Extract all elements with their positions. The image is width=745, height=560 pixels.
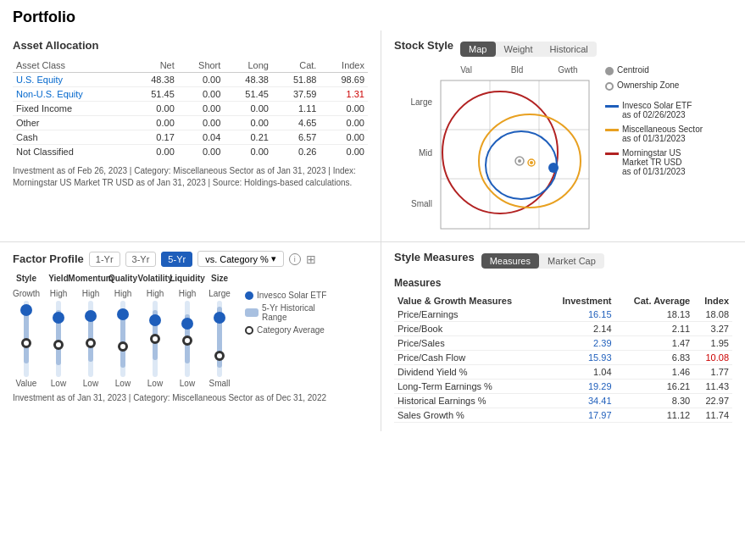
legend-morningstar: Morningstar USMarket TR USDas of 01/31/2… bbox=[622, 148, 686, 176]
asset-value-cell: 0.21 bbox=[224, 130, 272, 145]
btn-5yr[interactable]: 5-Yr bbox=[161, 252, 192, 267]
stock-style-legend: Centroid Ownership Zone Invesco Solar ET… bbox=[605, 65, 732, 233]
factor-slider-col: YieldHighLow bbox=[45, 274, 72, 388]
asset-value-cell: 0.00 bbox=[178, 73, 225, 87]
info-icon[interactable]: i bbox=[289, 253, 301, 265]
asset-value-cell: 0.00 bbox=[320, 102, 368, 116]
asset-value-cell: 51.88 bbox=[272, 73, 320, 87]
legend-ownership-zone: Ownership Zone bbox=[617, 80, 679, 90]
factor-profile-title: Factor Profile bbox=[13, 252, 84, 265]
factor-group-label: Momentum bbox=[68, 274, 113, 287]
measure-investment-cell: 19.29 bbox=[545, 380, 614, 394]
asset-allocation-title: Asset Allocation bbox=[13, 39, 368, 52]
measure-investment-cell: 34.41 bbox=[545, 394, 614, 408]
tab-market-cap[interactable]: Market Cap bbox=[539, 253, 604, 269]
asset-value-cell: 1.11 bbox=[272, 102, 320, 116]
factor-main-dot bbox=[53, 312, 64, 324]
measures-table-row: Price/Cash Flow15.936.8310.08 bbox=[394, 351, 732, 365]
style-chart-svg bbox=[436, 76, 593, 233]
measure-cat-avg-cell: 2.11 bbox=[615, 322, 694, 336]
factor-track-wrap bbox=[20, 301, 32, 377]
factor-legend-range-label: 5-Yr HistoricalRange bbox=[262, 303, 315, 322]
factor-cat-dot bbox=[118, 341, 128, 352]
factor-group-label: Size bbox=[211, 274, 228, 287]
tab-measures[interactable]: Measures bbox=[481, 253, 539, 269]
measure-name-cell: Price/Cash Flow bbox=[394, 351, 545, 365]
asset-value-cell: 51.45 bbox=[224, 87, 272, 102]
measure-index-cell: 1.77 bbox=[693, 365, 732, 380]
tab-weight[interactable]: Weight bbox=[496, 42, 542, 57]
col-asset-class: Asset Class bbox=[13, 58, 130, 73]
ownership-zone-icon bbox=[605, 82, 614, 91]
factor-main-dot bbox=[214, 312, 225, 324]
col-short: Short bbox=[178, 58, 225, 73]
measure-name-cell: Dividend Yield % bbox=[394, 365, 545, 380]
measure-investment-cell: 1.04 bbox=[545, 365, 614, 380]
measures-subtitle: Measures bbox=[394, 277, 732, 289]
svg-point-12 bbox=[530, 161, 533, 164]
asset-class-cell: Fixed Income bbox=[13, 102, 130, 116]
asset-table-row: Fixed Income0.000.000.001.110.00 bbox=[13, 102, 368, 116]
measures-table-row: Dividend Yield %1.041.461.77 bbox=[394, 365, 732, 380]
asset-table-row: U.S. Equity48.380.0048.3851.8898.69 bbox=[13, 73, 368, 87]
col-index: Index bbox=[320, 58, 368, 73]
legend-misc-sector: Miscellaneous Sectoras of 01/31/2023 bbox=[622, 125, 703, 143]
factor-legend-invesco-label: Invesco Solar ETF bbox=[257, 291, 326, 300]
factor-main-dot bbox=[149, 314, 161, 326]
btn-1yr[interactable]: 1-Yr bbox=[89, 252, 120, 267]
asset-class-cell[interactable]: U.S. Equity bbox=[13, 73, 130, 87]
grid-col-val: Val bbox=[441, 65, 492, 75]
grid-col-bld: Bld bbox=[492, 65, 542, 75]
asset-value-cell: 1.31 bbox=[320, 87, 368, 102]
measure-index-cell: 11.43 bbox=[693, 380, 732, 394]
style-measures-title: Style Measures bbox=[394, 251, 475, 263]
factor-main-dot bbox=[181, 318, 193, 330]
chevron-down-icon: ▾ bbox=[271, 253, 276, 264]
measure-cat-avg-cell: 8.30 bbox=[615, 394, 694, 408]
factor-main-dot bbox=[20, 304, 32, 316]
asset-class-link[interactable]: Non-U.S. Equity bbox=[16, 89, 83, 99]
asset-value-cell: 0.00 bbox=[130, 145, 178, 159]
btn-3yr[interactable]: 3-Yr bbox=[125, 252, 157, 267]
asset-table-row: Other0.000.000.004.650.00 bbox=[13, 116, 368, 130]
asset-class-link[interactable]: U.S. Equity bbox=[16, 75, 63, 85]
factor-group-label: Liquidity bbox=[170, 274, 205, 287]
svg-point-5 bbox=[442, 91, 558, 213]
svg-point-6 bbox=[479, 114, 581, 208]
factor-legend-cat-dot bbox=[245, 326, 253, 335]
stock-style-tabs: Map Weight Historical bbox=[460, 42, 597, 57]
factor-slider-col: VolatilityHighLow bbox=[142, 274, 169, 388]
style-measures-panel: Style Measures Measures Market Cap Measu… bbox=[381, 242, 745, 431]
factor-top-label: High bbox=[50, 289, 68, 301]
factor-bot-label: Low bbox=[180, 379, 195, 388]
asset-value-cell: 51.45 bbox=[130, 87, 178, 102]
asset-class-cell[interactable]: Non-U.S. Equity bbox=[13, 87, 130, 102]
measure-investment-cell: 15.93 bbox=[545, 351, 614, 365]
factor-group-label: Style bbox=[16, 274, 36, 287]
measure-index-cell: 11.74 bbox=[693, 408, 732, 423]
asset-value-cell: 0.00 bbox=[224, 102, 272, 116]
tab-historical[interactable]: Historical bbox=[542, 42, 597, 57]
factor-cat-dot bbox=[53, 340, 64, 350]
asset-table-row: Not Classified0.000.000.000.260.00 bbox=[13, 145, 368, 159]
factor-main-dot bbox=[117, 308, 129, 320]
factor-top-label: Growth bbox=[13, 289, 40, 301]
factor-cat-dot bbox=[21, 338, 31, 348]
measures-col-index: Index bbox=[693, 294, 732, 308]
factor-main-dot bbox=[85, 310, 97, 322]
grid-row-small: Small bbox=[411, 199, 432, 208]
grid-view-icon[interactable]: ⊞ bbox=[306, 252, 316, 266]
grid-row-large: Large bbox=[410, 97, 432, 107]
asset-value-cell: 4.65 bbox=[272, 116, 320, 130]
factor-legend-cat-label: Category Average bbox=[257, 325, 325, 335]
measure-name-cell: Price/Earnings bbox=[394, 308, 545, 322]
centroid-dot-icon bbox=[605, 67, 614, 75]
measures-col-investment: Investment bbox=[545, 294, 614, 308]
factor-bot-label: Low bbox=[51, 379, 66, 388]
measures-table-row: Price/Sales2.391.471.95 bbox=[394, 336, 732, 351]
vs-category-dropdown[interactable]: vs. Category % ▾ bbox=[197, 251, 284, 267]
misc-sector-line-icon bbox=[605, 129, 619, 131]
factor-group-label: Quality bbox=[108, 274, 137, 287]
tab-map[interactable]: Map bbox=[460, 42, 495, 57]
asset-value-cell: 0.00 bbox=[130, 116, 178, 130]
